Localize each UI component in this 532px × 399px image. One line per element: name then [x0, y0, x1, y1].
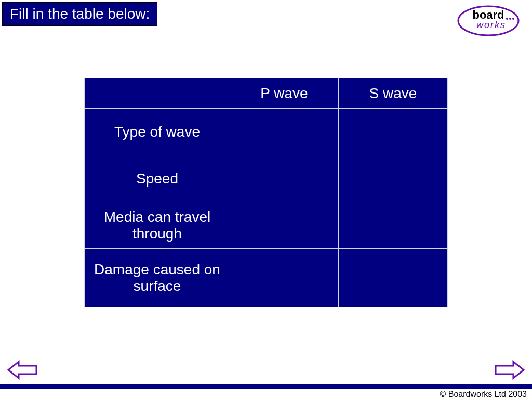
svg-point-4 [509, 18, 511, 20]
footer-divider [0, 384, 532, 389]
row-label-media: Media can travel through [85, 202, 230, 249]
cell-speed-p[interactable] [230, 155, 339, 202]
boardworks-logo: board works [455, 3, 522, 38]
svg-point-3 [506, 18, 508, 20]
cell-type-p[interactable] [230, 109, 339, 155]
table-header-blank [85, 78, 230, 109]
table-header-s: S wave [338, 78, 447, 109]
wave-table: P wave S wave Type of wave Speed Media c… [84, 78, 448, 307]
cell-media-s[interactable] [338, 202, 447, 249]
cell-media-p[interactable] [230, 202, 339, 249]
next-arrow-button[interactable] [494, 360, 525, 380]
slide-title: Fill in the table below: [2, 2, 157, 26]
row-label-speed: Speed [85, 155, 230, 202]
svg-text:works: works [476, 20, 506, 30]
row-label-damage: Damage caused on surface [85, 249, 230, 307]
cell-speed-s[interactable] [338, 155, 447, 202]
cell-damage-p[interactable] [230, 249, 339, 307]
row-label-type: Type of wave [85, 109, 230, 155]
table-header-p: P wave [230, 78, 339, 109]
prev-arrow-button[interactable] [7, 360, 38, 380]
cell-type-s[interactable] [338, 109, 447, 155]
copyright-text: © Boardworks Ltd 2003 [440, 390, 527, 399]
cell-damage-s[interactable] [338, 249, 447, 307]
svg-point-5 [512, 18, 514, 20]
